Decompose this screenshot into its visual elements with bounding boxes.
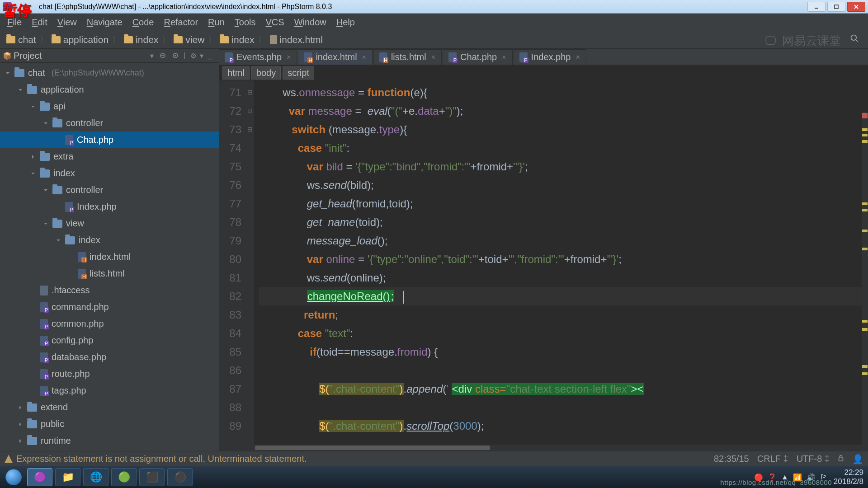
- taskbar-app-1[interactable]: 📁: [55, 468, 80, 486]
- tree-item-index[interactable]: index: [0, 165, 219, 182]
- taskbar-app-4[interactable]: ⬛: [139, 468, 165, 486]
- tree-item-extend[interactable]: extend: [0, 399, 219, 416]
- expand-icon[interactable]: [30, 354, 36, 361]
- warning-marker[interactable]: [862, 128, 868, 131]
- close-tab-icon[interactable]: ×: [361, 53, 368, 61]
- warning-marker[interactable]: [862, 372, 868, 375]
- close-tab-icon[interactable]: ×: [285, 53, 292, 61]
- code-editor[interactable]: 71727374757677787980818283848586878889 ⊟…: [219, 80, 868, 451]
- scrollbar-thumb[interactable]: [255, 446, 490, 450]
- error-marker[interactable]: [862, 113, 868, 118]
- menu-window[interactable]: Window: [290, 15, 331, 29]
- menu-navigate[interactable]: Navigate: [82, 15, 127, 29]
- gear-icon[interactable]: ⚙: [189, 51, 198, 61]
- expand-icon[interactable]: [42, 187, 49, 193]
- fold-toggle[interactable]: ⊟: [246, 120, 254, 139]
- tree-item-common-php[interactable]: common.php: [0, 315, 219, 332]
- start-button[interactable]: [3, 468, 24, 486]
- breadcrumb-item[interactable]: chat: [4, 33, 39, 46]
- warning-marker[interactable]: [862, 248, 868, 250]
- tree-item-application[interactable]: application: [0, 81, 219, 98]
- code-crumb-script[interactable]: script: [283, 66, 314, 80]
- warning-marker[interactable]: [862, 320, 868, 323]
- taskbar-clock[interactable]: 22:29 2018/2/8: [834, 468, 863, 486]
- code-crumb-html[interactable]: html: [222, 66, 250, 80]
- expand-icon[interactable]: [30, 388, 36, 394]
- tree-item-view[interactable]: view: [0, 215, 219, 232]
- menu-refactor[interactable]: Refactor: [159, 15, 203, 29]
- fold-column[interactable]: ⊟⊟⊟: [246, 80, 254, 451]
- error-stripe[interactable]: [862, 112, 868, 451]
- menu-run[interactable]: Run: [203, 15, 229, 29]
- minimize-button[interactable]: [807, 2, 826, 12]
- chevron-down-icon[interactable]: ▾: [200, 52, 203, 60]
- maximize-button[interactable]: [827, 2, 845, 12]
- taskbar-app-5[interactable]: ⚫: [167, 468, 193, 486]
- expand-icon[interactable]: [30, 103, 36, 110]
- expand-icon[interactable]: [17, 438, 24, 444]
- expand-icon[interactable]: [55, 137, 61, 143]
- menu-help[interactable]: Help: [332, 15, 359, 29]
- close-tab-icon[interactable]: ×: [500, 53, 507, 61]
- expand-icon[interactable]: [68, 254, 74, 260]
- taskbar-app-3[interactable]: 🟢: [111, 468, 137, 486]
- warning-marker[interactable]: [862, 365, 868, 368]
- expand-icon[interactable]: [17, 421, 24, 427]
- tab-events-php[interactable]: Events.php×: [219, 49, 297, 65]
- expand-icon[interactable]: [17, 404, 24, 411]
- expand-icon[interactable]: [55, 237, 61, 244]
- close-tab-icon[interactable]: ×: [430, 53, 437, 61]
- expand-icon[interactable]: [5, 70, 11, 76]
- expand-icon[interactable]: [17, 87, 24, 93]
- tree-item--htaccess[interactable]: .htaccess: [0, 282, 219, 299]
- warning-marker[interactable]: [862, 140, 868, 143]
- hide-panel-icon[interactable]: ⎯: [205, 51, 215, 61]
- lock-icon[interactable]: [838, 454, 844, 464]
- horizontal-scrollbar[interactable]: [254, 445, 862, 451]
- close-tab-icon[interactable]: ×: [574, 53, 581, 61]
- breadcrumb-item[interactable]: application: [49, 33, 111, 46]
- collapse-all-icon[interactable]: [158, 51, 168, 61]
- expand-icon[interactable]: [42, 120, 49, 127]
- tree-item-route-php[interactable]: route.php: [0, 366, 219, 382]
- tab-lists-html[interactable]: lists.html×: [373, 49, 442, 65]
- tree-item-extra[interactable]: extra: [0, 148, 219, 165]
- breadcrumb-item[interactable]: view: [171, 33, 207, 46]
- tree-item-index-html[interactable]: index.html: [0, 249, 219, 265]
- tree-item-chat-php[interactable]: Chat.php: [0, 131, 219, 148]
- breadcrumb-item[interactable]: index.html: [267, 33, 326, 46]
- breadcrumb-item[interactable]: index: [121, 33, 161, 46]
- warning-marker[interactable]: [862, 328, 868, 331]
- fold-toggle[interactable]: ⊟: [246, 83, 254, 102]
- tree-item-command-php[interactable]: command.php: [0, 299, 219, 315]
- file-encoding[interactable]: UTF-8 ‡: [797, 454, 830, 464]
- menu-vcs[interactable]: VCS: [261, 15, 289, 29]
- expand-icon[interactable]: [30, 304, 36, 310]
- warning-marker[interactable]: [862, 202, 868, 205]
- project-tree[interactable]: chat(E:\phpStudy\WWW\chat)applicationapi…: [0, 63, 219, 451]
- tree-item-tags-php[interactable]: tags.php: [0, 382, 219, 399]
- search-icon[interactable]: [850, 34, 863, 47]
- expand-icon[interactable]: [30, 287, 36, 294]
- tree-item-controller[interactable]: controller: [0, 115, 219, 131]
- fold-toggle[interactable]: ⊟: [246, 102, 254, 120]
- tree-item-chat[interactable]: chat(E:\phpStudy\WWW\chat): [0, 65, 219, 81]
- tab-index-php[interactable]: Index.php×: [514, 49, 586, 65]
- close-button[interactable]: [847, 2, 865, 12]
- tree-item-public[interactable]: public: [0, 416, 219, 432]
- expand-icon[interactable]: [55, 204, 61, 210]
- code-crumb-body[interactable]: body: [251, 66, 281, 80]
- hector-icon[interactable]: 👤: [852, 454, 863, 465]
- line-separator[interactable]: CRLF ‡: [757, 454, 788, 464]
- breadcrumb-item[interactable]: index: [217, 33, 257, 46]
- tree-item-lists-html[interactable]: lists.html: [0, 265, 219, 282]
- warning-marker[interactable]: [862, 209, 868, 211]
- tree-item-index-php[interactable]: Index.php: [0, 198, 219, 215]
- tree-item-index[interactable]: index: [0, 232, 219, 249]
- tree-item-database-php[interactable]: database.php: [0, 349, 219, 366]
- expand-icon[interactable]: [30, 338, 36, 344]
- expand-icon[interactable]: [68, 271, 74, 277]
- taskbar-app-0[interactable]: 🟣: [27, 468, 52, 486]
- expand-icon[interactable]: [30, 321, 36, 327]
- expand-icon[interactable]: [30, 371, 36, 377]
